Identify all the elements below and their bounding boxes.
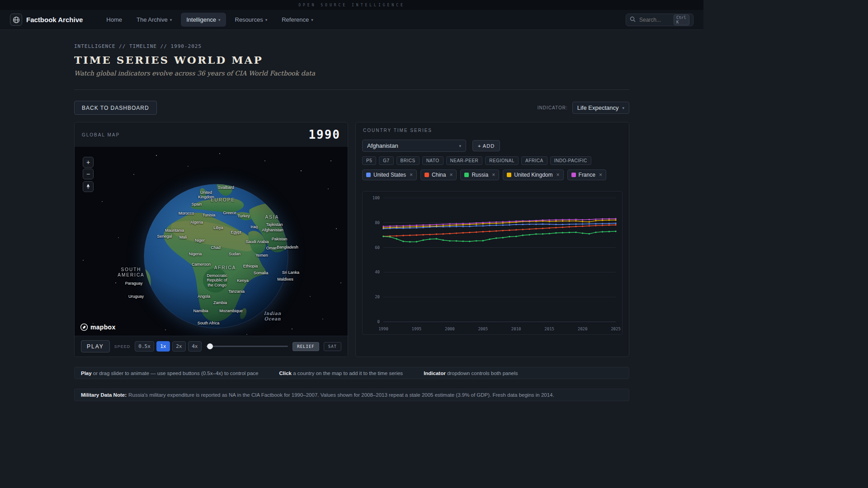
preset-near-peer-button[interactable]: NEAR-PEER [446,156,483,165]
map-label-ethiopia[interactable]: Ethiopia [243,264,258,268]
toolbar: BACK TO DASHBOARD INDICATOR: Life Expect… [74,101,629,115]
back-to-dashboard-button[interactable]: BACK TO DASHBOARD [74,101,157,115]
chip-color-swatch [425,173,429,177]
country-chip-france: France× [567,169,606,180]
preset-nato-button[interactable]: NATO [422,156,443,165]
map-label-yemen[interactable]: Yemen [255,253,268,258]
map-label-tanzania[interactable]: Tanzania [228,289,245,294]
chart-svg: 0204060801001990199520002005201020152020… [363,192,622,334]
map-label-tunisia[interactable]: Tunisia [203,213,216,217]
nav-item-home[interactable]: Home [101,13,127,27]
preset-africa-button[interactable]: AFRICA [521,156,547,165]
speed-2x-button[interactable]: 2x [172,341,186,352]
search-box[interactable]: Ctrl K [626,14,693,26]
svg-text:40: 40 [375,270,380,274]
add-country-button[interactable]: + ADD [472,140,500,151]
map-label-greece[interactable]: Greece [223,211,236,215]
remove-chip-button[interactable]: × [599,172,602,178]
map-label-mauritania[interactable]: Mauritania [165,228,184,233]
map-label-niger[interactable]: Niger [195,238,205,243]
remove-chip-button[interactable]: × [449,172,453,178]
map-label-senegal[interactable]: Senegal [157,234,172,239]
map-label-chad[interactable]: Chad [211,245,221,250]
map-label-indian-ocean: Indian Ocean [264,311,281,321]
map-label-kenya[interactable]: Kenya [237,278,249,283]
timeline-slider[interactable] [206,343,288,350]
zoom-in-button[interactable]: + [83,157,94,168]
map-label-turkey[interactable]: Turkey [237,214,250,218]
map-label-spain[interactable]: Spain [191,202,202,206]
map-label-mali[interactable]: Mali [179,235,187,239]
speed-4x-button[interactable]: 4x [188,341,202,352]
map-label-namibia[interactable]: Namibia [193,309,208,313]
map-label-sudan[interactable]: Sudan [229,252,241,256]
map-label-somalia[interactable]: Somalia [254,271,269,275]
zoom-out-button[interactable]: − [83,169,94,179]
chip-color-swatch [507,173,511,177]
nav-item-reference[interactable]: Reference▾ [276,13,319,27]
hint-keyword: Indicator [424,371,446,376]
search-input[interactable] [638,16,671,23]
map-label-saudi-arabia[interactable]: Saudi Arabia [245,239,269,244]
preset-p5-button[interactable]: P5 [362,156,376,165]
map-label-mozambique[interactable]: Mozambique [219,309,243,313]
map-label-bangladesh[interactable]: Bangladesh [277,245,298,249]
svg-text:20: 20 [375,295,380,299]
chevron-down-icon: ▾ [622,106,624,110]
speed-1x-button[interactable]: 1x [156,341,170,352]
main-nav: Factbook Archive HomeThe Archive▾Intelli… [0,10,703,30]
mapbox-attribution[interactable]: mapbox [80,323,115,331]
map-label-svalbard[interactable]: Svalbard [218,185,234,190]
play-button[interactable]: PLAY [81,340,110,352]
map-label-south-america: SOUTH AMERICA [118,267,145,277]
map-label-afghanistan[interactable]: Afghanistan [262,228,283,232]
remove-chip-button[interactable]: × [557,172,560,178]
brand[interactable]: Factbook Archive [10,14,83,26]
map-label-libya[interactable]: Libya [213,225,223,230]
speed-0-5x-button[interactable]: 0.5x [135,341,154,352]
hint-keyword: Click [279,371,292,376]
slider-thumb[interactable] [207,343,213,349]
map-label-sri-lanka[interactable]: Sri Lanka [282,270,299,275]
map-label-zambia[interactable]: Zambia [213,300,227,305]
preset-g7-button[interactable]: G7 [379,156,393,165]
remove-chip-button[interactable]: × [492,172,495,178]
map-label-oman[interactable]: Oman [266,246,278,250]
map-label-angola[interactable]: Angola [198,294,210,299]
remove-chip-button[interactable]: × [410,172,413,178]
compass-button[interactable] [83,181,94,192]
nav-item-intelligence[interactable]: Intelligence▾ [181,13,226,27]
map-label-maldives[interactable]: Maldives [277,277,293,282]
map-label-uruguay[interactable]: Uruguay [128,294,144,299]
map-label-cameroon[interactable]: Cameroon [192,262,211,267]
note-text: Russia's military expenditure is reporte… [128,392,554,398]
map-label-morocco[interactable]: Morocco [179,211,194,216]
chevron-down-icon: ▾ [265,18,268,22]
map-label-pakistan[interactable]: Pakistan [272,237,288,241]
time-series-panel: COUNTRY TIME SERIES Afghanistan ▾ + ADD … [355,122,629,357]
brand-name: Factbook Archive [26,16,83,23]
nav-item-resources[interactable]: Resources▾ [230,13,273,27]
svg-text:2015: 2015 [544,327,554,331]
world-map[interactable]: SvalbardUnited KingdomEUROPESpainMorocco… [75,147,348,336]
map-label-iraq[interactable]: Iraq [250,225,258,229]
preset-regional-button[interactable]: REGIONAL [485,156,519,165]
map-label-algeria[interactable]: Algeria [190,220,203,225]
map-label-south-africa[interactable]: South Africa [198,321,220,325]
map-label-tajikistan[interactable]: Tajikistan [266,222,283,227]
nav-item-the-archive[interactable]: The Archive▾ [131,13,177,27]
map-label-democratic-republic-of-the-congo[interactable]: Democratic Republic of the Congo [207,273,227,287]
indicator-select[interactable]: Life Expectancy ▾ [572,102,629,114]
slider-track[interactable] [206,346,288,347]
nav-items: HomeThe Archive▾Intelligence▾Resources▾R… [101,13,318,27]
map-label-egypt[interactable]: Egypt [231,230,241,235]
map-label-asia: ASIA [265,215,279,220]
satellite-toggle-button[interactable]: SAT [324,342,341,351]
country-select[interactable]: Afghanistan ▾ [362,140,466,152]
map-label-paraguay[interactable]: Paraguay [125,281,143,286]
relief-toggle-button[interactable]: RELIEF [292,342,319,351]
preset-indo-pacific-button[interactable]: INDO-PACIFIC [550,156,591,165]
map-label-nigeria[interactable]: Nigeria [189,252,202,256]
svg-text:2010: 2010 [511,327,521,331]
preset-brics-button[interactable]: BRICS [396,156,420,165]
